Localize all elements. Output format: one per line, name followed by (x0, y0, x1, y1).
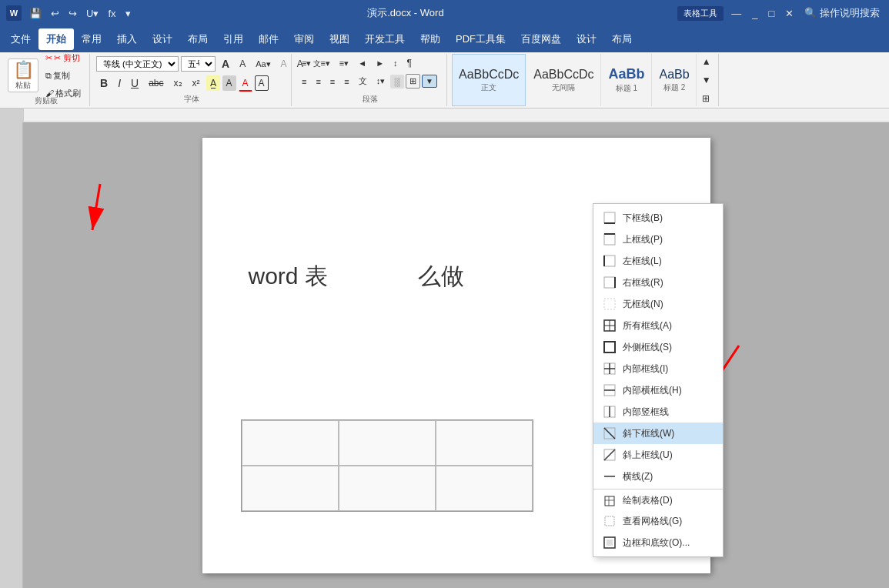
styles-more-button[interactable]: ⊞ (698, 91, 715, 106)
menu-design[interactable]: 设计 (145, 28, 180, 50)
border-top-item[interactable]: 上框线(P) (593, 229, 723, 250)
window-close-button[interactable]: ✕ (782, 6, 797, 21)
char-border-button[interactable]: A (255, 75, 269, 91)
border-diag-up-item[interactable]: 斜上框线(U) (593, 444, 723, 466)
paste-button[interactable]: 📋 粘贴 (8, 58, 38, 92)
style-heading1[interactable]: AaBb 标题 1 (603, 54, 652, 106)
strikethrough-button[interactable]: abc (145, 75, 167, 91)
styles-scroll-down-button[interactable]: ▼ (698, 72, 715, 88)
menu-references[interactable]: 引用 (216, 28, 251, 50)
formula-button[interactable]: fx (105, 6, 119, 21)
change-case-button[interactable]: Aa▾ (252, 57, 274, 72)
menu-layout[interactable]: 布局 (180, 28, 216, 50)
menu-file[interactable]: 文件 (3, 28, 38, 50)
view-grid-item[interactable]: 查看网格线(G) (593, 510, 723, 532)
styles-scroll-up-button[interactable]: ▲ (698, 54, 715, 69)
menu-insert[interactable]: 插入 (109, 28, 145, 50)
increase-indent-button[interactable]: ► (372, 56, 388, 70)
bold-button[interactable]: B (96, 75, 112, 92)
style-no-spacing[interactable]: AaBbCcDc 无间隔 (527, 54, 600, 106)
underline-button[interactable]: U (127, 75, 142, 92)
clear-format-button[interactable]: A (277, 56, 291, 72)
highlight-color-button[interactable]: A̲ (206, 75, 220, 91)
grow-font-button[interactable]: A (218, 55, 233, 72)
border-button[interactable]: ⊞ (406, 74, 420, 89)
window-maximize-button[interactable]: □ (766, 6, 778, 21)
chinese-layout-button[interactable]: 文 (355, 73, 371, 89)
style-normal[interactable]: AaBbCcDc 正文 (452, 54, 526, 106)
numbered-list-button[interactable]: ≡▾ (316, 56, 333, 71)
align-center-button[interactable]: ≡ (312, 75, 324, 89)
border-bottom-label: 下框线(B) (623, 212, 663, 225)
sort-button[interactable]: ↕ (389, 56, 402, 70)
align-right-button[interactable]: ≡ (326, 75, 339, 89)
customize-button[interactable]: U▾ (83, 6, 102, 21)
border-dropdown-button[interactable]: ▼ (422, 75, 437, 88)
copy-button[interactable]: ⧉ 复制 (42, 68, 85, 84)
font-name-select[interactable]: 等线 (中文正文) (96, 56, 179, 72)
border-none-icon (603, 297, 617, 311)
menu-common[interactable]: 常用 (74, 28, 109, 50)
menu-review[interactable]: 审阅 (286, 28, 322, 50)
font-size-select[interactable]: 五号 (181, 56, 216, 72)
shrink-font-button[interactable]: A (236, 56, 249, 72)
menu-mailings[interactable]: 邮件 (251, 28, 286, 50)
italic-button[interactable]: I (114, 75, 125, 92)
menu-baidu[interactable]: 百度网盘 (513, 28, 569, 50)
border-shading-icon (603, 536, 617, 550)
font-color-button[interactable]: A (239, 75, 252, 92)
multilevel-list-button[interactable]: ≡▾ (336, 56, 353, 71)
cut-button[interactable]: ✂ ✂ 剪切 (42, 50, 85, 66)
menu-table-layout[interactable]: 布局 (604, 28, 640, 50)
border-all-label: 所有框线(A) (623, 319, 672, 332)
window-minimize-button[interactable]: _ (749, 6, 760, 21)
border-diag-down-item[interactable]: 斜下框线(W) (593, 423, 723, 444)
redo-button[interactable]: ↪ (65, 6, 80, 21)
save-button[interactable]: 💾 (26, 6, 45, 21)
show-hide-button[interactable]: ¶ (403, 55, 416, 71)
svg-rect-8 (604, 277, 615, 288)
draw-table-item[interactable]: 绘制表格(D) (593, 489, 723, 510)
style-heading2[interactable]: AaBb 标题 2 (653, 54, 697, 106)
style-no-spacing-preview: AaBbCcDc (533, 67, 593, 82)
page-area[interactable]: word 表 么做 (23, 122, 889, 588)
shading-button[interactable]: ░ (390, 75, 404, 89)
menu-pdf[interactable]: PDF工具集 (448, 28, 513, 50)
line-spacing-button[interactable]: ↕▾ (373, 74, 389, 89)
menu-home[interactable]: 开始 (38, 28, 74, 50)
more-button[interactable]: ▾ (122, 6, 134, 21)
border-inside-v-item[interactable]: 内部竖框线 (593, 401, 723, 423)
styles-group: AaBbCcDc 正文 AaBbCcDc 无间隔 AaBb 标题 1 AaBb … (449, 54, 719, 106)
table-cell-5 (339, 466, 436, 511)
border-all-item[interactable]: 所有框线(A) (593, 315, 723, 336)
char-shading-button[interactable]: A (222, 75, 236, 91)
help-icon[interactable]: 🔍 操作说明搜索 (801, 5, 883, 22)
border-horiz-line-icon (603, 469, 617, 483)
menu-help[interactable]: 帮助 (413, 28, 448, 50)
ribbon-minimize-button[interactable]: — (728, 6, 744, 21)
border-shading-item[interactable]: 边框和底纹(O)... (593, 532, 723, 553)
justify-button[interactable]: ≡ (340, 75, 353, 89)
decrease-indent-button[interactable]: ◄ (354, 56, 370, 70)
menu-view[interactable]: 视图 (322, 28, 357, 50)
border-inside-item[interactable]: 内部框线(I) (593, 358, 723, 379)
border-diag-down-label: 斜下框线(W) (623, 427, 674, 440)
table-preview[interactable] (241, 419, 533, 512)
subscript-button[interactable]: x₂ (170, 75, 186, 91)
border-none-item[interactable]: 无框线(N) (593, 293, 723, 315)
ruler-left (0, 109, 23, 122)
border-right-item[interactable]: 右框线(R) (593, 272, 723, 293)
border-bottom-item[interactable]: 下框线(B) (593, 207, 723, 229)
align-left-button[interactable]: ≡ (298, 75, 310, 89)
border-outside-item[interactable]: 外侧框线(S) (593, 336, 723, 358)
border-inside-h-item[interactable]: 内部横框线(H) (593, 379, 723, 401)
border-inside-label: 内部框线(I) (623, 362, 668, 376)
undo-button[interactable]: ↩ (48, 6, 62, 21)
border-left-item[interactable]: 左框线(L) (593, 250, 723, 272)
menu-table-design[interactable]: 设计 (569, 28, 604, 50)
border-horiz-line-item[interactable]: 横线(Z) (593, 466, 723, 487)
table-inner (242, 420, 533, 511)
superscript-button[interactable]: x² (189, 75, 204, 91)
bullet-list-button[interactable]: ≡▾ (298, 56, 315, 71)
menu-developer[interactable]: 开发工具 (357, 28, 413, 50)
